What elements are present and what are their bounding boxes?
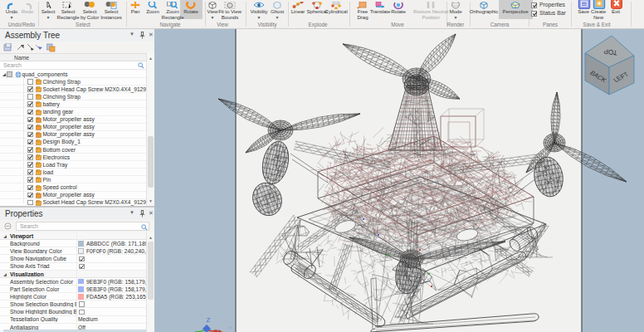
svg-text:Z: Z	[207, 316, 211, 324]
svg-text:>: >	[228, 324, 232, 331]
svg-text:Y: Y	[188, 319, 193, 326]
